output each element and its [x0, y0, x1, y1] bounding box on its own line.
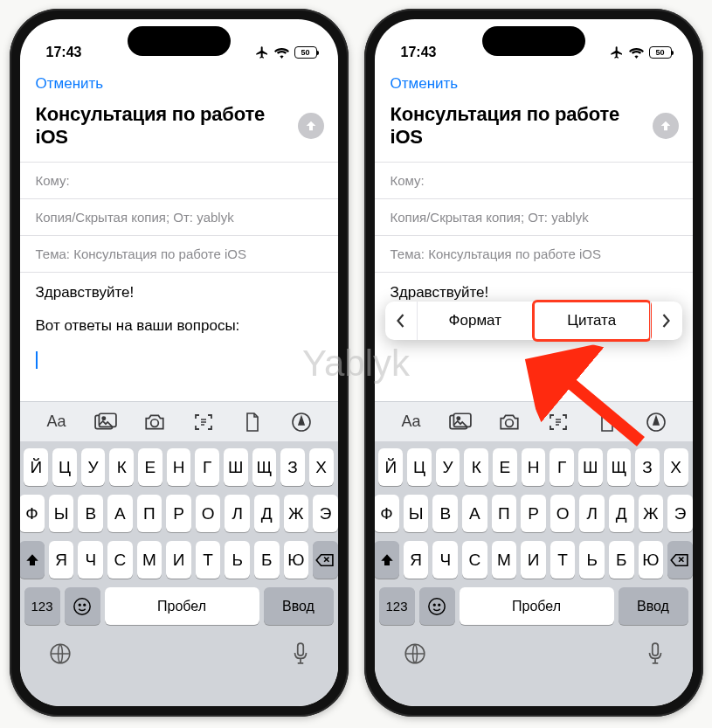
key-Л[interactable]: Л — [225, 495, 250, 532]
keyboard[interactable]: ЙЦУКЕНГШЩЗХ ФЫВАПРОЛДЖЭ ЯЧСМИТЬБЮ 123 Пр… — [375, 441, 693, 706]
key-Д[interactable]: Д — [609, 495, 634, 532]
key-Ф[interactable]: Ф — [20, 495, 45, 532]
globe-icon[interactable] — [49, 642, 72, 665]
key-Р[interactable]: Р — [521, 495, 546, 532]
scan-button[interactable] — [189, 407, 218, 437]
key-О[interactable]: О — [550, 495, 576, 532]
key-Р[interactable]: Р — [166, 495, 191, 532]
markup-button[interactable] — [287, 407, 316, 437]
key-Ш[interactable]: Ш — [224, 448, 248, 486]
email-body[interactable]: Здравствуйте! Вот ответы на ваши вопросы… — [20, 273, 338, 371]
menu-format[interactable]: Формат — [418, 302, 534, 340]
camera-button[interactable] — [494, 407, 524, 437]
font-button[interactable]: Aa — [42, 407, 72, 437]
key-И[interactable]: И — [521, 541, 546, 579]
font-button[interactable]: Aa — [397, 407, 426, 437]
key-Щ[interactable]: Щ — [252, 448, 277, 486]
key-Ь[interactable]: Ь — [225, 541, 250, 579]
key-Д[interactable]: Д — [254, 495, 280, 532]
123-key[interactable]: 123 — [379, 587, 415, 625]
to-field[interactable]: Кому: — [20, 163, 338, 198]
key-Ж[interactable]: Ж — [639, 495, 664, 532]
menu-next[interactable] — [651, 313, 682, 329]
key-Х[interactable]: Х — [664, 448, 688, 486]
key-Л[interactable]: Л — [579, 495, 605, 532]
backspace-key[interactable] — [667, 541, 692, 579]
menu-quote[interactable]: Цитата — [534, 302, 650, 340]
globe-icon[interactable] — [404, 642, 426, 665]
key-Б[interactable]: Б — [254, 541, 280, 579]
key-Ы[interactable]: Ы — [404, 495, 429, 532]
mic-icon[interactable] — [292, 642, 309, 665]
shift-key[interactable] — [20, 541, 45, 579]
key-Э[interactable]: Э — [667, 495, 692, 532]
key-С[interactable]: С — [462, 541, 487, 579]
key-К[interactable]: К — [464, 448, 488, 486]
photos-button[interactable] — [446, 407, 475, 437]
key-К[interactable]: К — [109, 448, 134, 486]
emoji-key[interactable] — [65, 587, 100, 625]
key-Ы[interactable]: Ы — [49, 495, 74, 532]
key-В[interactable]: В — [78, 495, 103, 532]
key-С[interactable]: С — [107, 541, 133, 579]
123-key[interactable]: 123 — [24, 587, 60, 625]
key-Ц[interactable]: Ц — [52, 448, 77, 486]
space-key[interactable]: Пробел — [105, 587, 259, 625]
key-О[interactable]: О — [196, 495, 221, 532]
cancel-button[interactable]: Отменить — [36, 75, 104, 92]
emoji-key[interactable] — [419, 587, 455, 625]
key-Ж[interactable]: Ж — [284, 495, 309, 532]
key-М[interactable]: М — [137, 541, 162, 579]
key-П[interactable]: П — [137, 495, 162, 532]
key-Ю[interactable]: Ю — [639, 541, 664, 579]
enter-key[interactable]: Ввод — [264, 587, 334, 625]
enter-key[interactable]: Ввод — [619, 587, 688, 625]
key-Ц[interactable]: Ц — [407, 448, 432, 486]
key-Я[interactable]: Я — [49, 541, 74, 579]
key-Х[interactable]: Х — [309, 448, 334, 486]
key-Й[interactable]: Й — [378, 448, 403, 486]
key-Е[interactable]: Е — [493, 448, 517, 486]
camera-button[interactable] — [140, 407, 169, 437]
key-Е[interactable]: Е — [138, 448, 162, 486]
key-А[interactable]: А — [462, 495, 487, 532]
send-button[interactable] — [298, 113, 324, 139]
key-Г[interactable]: Г — [195, 448, 219, 486]
shift-key[interactable] — [375, 541, 399, 579]
key-И[interactable]: И — [166, 541, 191, 579]
mic-icon[interactable] — [646, 642, 664, 665]
email-body[interactable]: Здравствуйте! — [375, 273, 693, 304]
key-Ф[interactable]: Ф — [375, 495, 399, 532]
key-Ю[interactable]: Ю — [284, 541, 309, 579]
backspace-key[interactable] — [313, 541, 337, 579]
cancel-button[interactable]: Отменить — [391, 75, 459, 92]
key-Н[interactable]: Н — [167, 448, 191, 486]
key-Э[interactable]: Э — [313, 495, 337, 532]
space-key[interactable]: Пробел — [460, 587, 614, 625]
key-В[interactable]: В — [432, 495, 458, 532]
photos-button[interactable] — [91, 407, 121, 437]
key-Ь[interactable]: Ь — [579, 541, 605, 579]
keyboard[interactable]: ЙЦУКЕНГШЩЗХ ФЫВАПРОЛДЖЭ ЯЧСМИТЬБЮ 123 Пр… — [20, 441, 338, 706]
cc-field[interactable]: Копия/Скрытая копия; От: yablyk — [20, 199, 338, 235]
key-У[interactable]: У — [81, 448, 106, 486]
key-Н[interactable]: Н — [522, 448, 546, 486]
document-button[interactable] — [238, 407, 267, 437]
menu-prev[interactable] — [385, 313, 417, 329]
key-А[interactable]: А — [107, 495, 133, 532]
key-Т[interactable]: Т — [550, 541, 576, 579]
key-Я[interactable]: Я — [404, 541, 429, 579]
key-З[interactable]: З — [635, 448, 660, 486]
key-М[interactable]: М — [492, 541, 517, 579]
key-З[interactable]: З — [280, 448, 305, 486]
key-Й[interactable]: Й — [24, 448, 48, 486]
send-button[interactable] — [653, 113, 679, 139]
key-Т[interactable]: Т — [196, 541, 221, 579]
subject-field[interactable]: Тема: Консультация по работе iOS — [20, 236, 338, 272]
key-Ч[interactable]: Ч — [78, 541, 103, 579]
key-У[interactable]: У — [436, 448, 460, 486]
key-П[interactable]: П — [492, 495, 517, 532]
subject-field[interactable]: Тема: Консультация по работе iOS — [375, 236, 693, 272]
cc-field[interactable]: Копия/Скрытая копия; От: yablyk — [375, 199, 693, 235]
key-Ч[interactable]: Ч — [432, 541, 458, 579]
